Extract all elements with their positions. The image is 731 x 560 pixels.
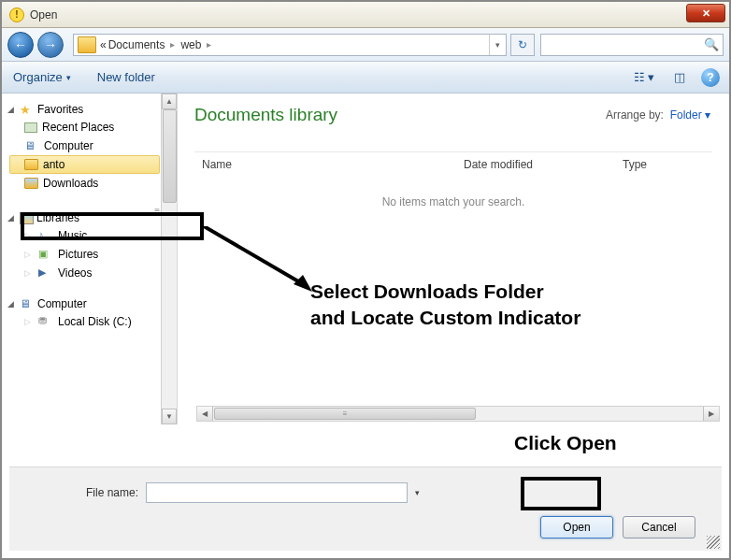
- navbar: ← → « Documents ▸ web ▸ ▾ ↻ 🔍: [2, 28, 729, 62]
- scroll-thumb[interactable]: [163, 109, 177, 203]
- sidebar-recent-label: Recent Places: [42, 121, 114, 134]
- body-area: ◢ ★ Favorites Recent Places 🖥 Computer a…: [2, 93, 729, 424]
- sidebar-downloads-label: Downloads: [43, 177, 98, 190]
- open-button[interactable]: Open: [540, 516, 613, 538]
- scroll-left-button[interactable]: ◀: [197, 407, 213, 421]
- refresh-button[interactable]: ↻: [510, 34, 535, 56]
- sidebar-computer2-label: Computer: [37, 297, 87, 310]
- titlebar: ! Open ✕: [2, 2, 729, 28]
- collapse-icon: ◢: [7, 299, 17, 309]
- bottom-panel: File name: ▾ Open Cancel: [9, 467, 722, 551]
- sidebar-item-anto[interactable]: anto: [9, 155, 160, 174]
- search-input[interactable]: [545, 38, 704, 51]
- sidebar-item-pictures[interactable]: ▷ ▣ Pictures: [2, 245, 177, 264]
- chevron-down-icon: ▾: [66, 73, 71, 82]
- annotation-text-2: Click Open: [509, 430, 623, 456]
- arrange-label: Arrange by:: [606, 108, 664, 122]
- search-box[interactable]: 🔍: [540, 34, 724, 56]
- new-folder-button[interactable]: New folder: [97, 70, 155, 84]
- col-type[interactable]: Type: [623, 158, 647, 171]
- filename-dropdown-icon[interactable]: ▾: [415, 488, 432, 497]
- sidebar-favorites-label: Favorites: [37, 103, 83, 116]
- toolbar: Organize ▾ New folder ☷ ▾ ◫ ?: [2, 62, 729, 93]
- dialog-warning-icon: !: [9, 7, 24, 22]
- scroll-thumb[interactable]: ≡: [214, 408, 476, 420]
- annotation-box-open: [521, 477, 601, 510]
- sidebar-pictures-label: Pictures: [58, 248, 98, 261]
- annotation-box-downloads: [21, 212, 204, 240]
- sidebar-favorites-header[interactable]: ◢ ★ Favorites: [2, 101, 177, 118]
- main-panel: Documents library Arrange by: Folder ▾ N…: [178, 93, 729, 424]
- window-title: Open: [30, 8, 57, 22]
- back-button[interactable]: ←: [7, 32, 34, 58]
- videos-icon: ▶: [38, 266, 53, 280]
- forward-button[interactable]: →: [37, 32, 64, 58]
- sidebar: ◢ ★ Favorites Recent Places 🖥 Computer a…: [2, 93, 178, 424]
- star-icon: ★: [20, 103, 35, 116]
- folder-icon: [24, 159, 38, 170]
- expand-icon: ▷: [24, 268, 34, 278]
- arrange-by: Arrange by: Folder ▾: [606, 108, 710, 122]
- close-button[interactable]: ✕: [686, 4, 725, 22]
- col-date[interactable]: Date modified: [464, 158, 585, 171]
- sidebar-item-localc[interactable]: ▷ ⛃ Local Disk (C:): [2, 312, 177, 331]
- computer-icon: 🖥: [20, 297, 35, 310]
- cancel-button[interactable]: Cancel: [623, 516, 695, 538]
- expand-icon: ▷: [24, 317, 34, 326]
- filename-label: File name:: [26, 486, 138, 499]
- sidebar-item-computer[interactable]: 🖥 Computer: [2, 136, 177, 155]
- scroll-right-button[interactable]: ▶: [703, 407, 719, 421]
- sidebar-item-recent[interactable]: Recent Places: [2, 118, 177, 136]
- view-options-button[interactable]: ☷ ▾: [630, 67, 658, 88]
- address-bar[interactable]: « Documents ▸ web ▸ ▾: [73, 34, 507, 56]
- sidebar-item-videos[interactable]: ▷ ▶ Videos: [2, 264, 177, 282]
- arrange-value[interactable]: Folder ▾: [670, 108, 710, 122]
- annotation-text-1: Select Downloads Folder and Locate Custo…: [310, 279, 580, 332]
- address-dropdown[interactable]: ▾: [489, 35, 506, 55]
- collapse-icon: ◢: [7, 213, 17, 223]
- sidebar-scrollbar[interactable]: ▲ ▼: [161, 93, 177, 424]
- organize-label: Organize: [13, 70, 63, 84]
- list-header: Name Date modified Type: [194, 151, 712, 177]
- breadcrumb[interactable]: « Documents ▸ web ▸: [100, 38, 489, 51]
- preview-pane-button[interactable]: ◫: [666, 67, 694, 88]
- scroll-down-button[interactable]: ▼: [162, 409, 177, 424]
- breadcrumb-seg2[interactable]: web: [180, 38, 201, 51]
- pictures-icon: ▣: [38, 248, 53, 261]
- col-name[interactable]: Name: [202, 158, 426, 171]
- empty-message: No items match your search.: [194, 195, 712, 208]
- new-folder-label: New folder: [97, 70, 155, 84]
- expand-icon: ▷: [24, 250, 34, 259]
- drive-icon: ⛃: [38, 315, 53, 328]
- help-button[interactable]: ?: [701, 68, 720, 87]
- resize-grip-icon[interactable]: [707, 536, 720, 549]
- sidebar-anto-label: anto: [43, 158, 64, 171]
- search-icon: 🔍: [704, 37, 719, 51]
- sidebar-computer-header[interactable]: ◢ 🖥 Computer: [2, 295, 177, 312]
- chevron-right-icon: ▸: [170, 39, 175, 50]
- sidebar-videos-label: Videos: [58, 266, 92, 280]
- folder-icon: [78, 36, 96, 53]
- sidebar-computer-label: Computer: [44, 139, 93, 152]
- sidebar-item-downloads[interactable]: Downloads: [2, 174, 177, 193]
- sidebar-localc-label: Local Disk (C:): [58, 315, 132, 328]
- filename-input[interactable]: [146, 482, 408, 503]
- main-hscrollbar[interactable]: ◀ ≡ ▶: [196, 406, 720, 422]
- organize-menu[interactable]: Organize ▾: [13, 70, 71, 84]
- folder-icon: [24, 178, 38, 189]
- collapse-icon: ◢: [7, 105, 17, 114]
- breadcrumb-seg1[interactable]: Documents: [108, 38, 165, 51]
- scroll-up-button[interactable]: ▲: [162, 93, 177, 109]
- breadcrumb-prefix: «: [100, 38, 107, 51]
- chevron-right-icon: ▸: [207, 39, 211, 50]
- recent-places-icon: [24, 122, 37, 133]
- computer-icon: 🖥: [24, 139, 39, 152]
